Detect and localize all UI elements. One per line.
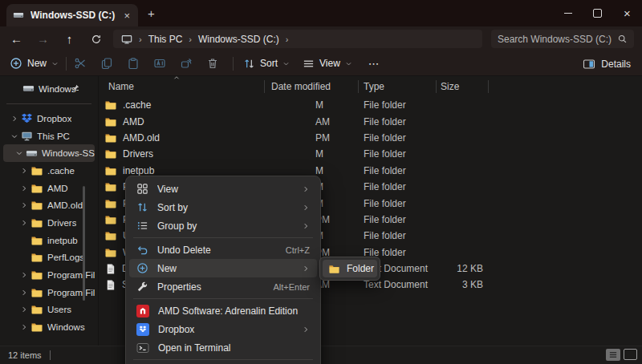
cut-button[interactable]	[67, 51, 93, 76]
file-size-cell: 12 KB	[437, 263, 489, 274]
file-row-amd[interactable]: AMDAMFile folder	[99, 113, 642, 129]
breadcrumb-windows-ssd[interactable]: Windows-SSD (C:)	[198, 34, 279, 45]
tab-windows-ssd[interactable]: Windows-SSD (C:) ×	[6, 4, 138, 26]
address-bar[interactable]: › This PC › Windows-SSD (C:) ›	[113, 30, 482, 48]
details-pane-button[interactable]: Details	[583, 51, 631, 76]
undo-icon	[136, 244, 148, 256]
chevron-down-icon[interactable]	[13, 149, 26, 157]
sidebar-item-program-files[interactable]: Program Files	[3, 266, 95, 284]
file-row-drivers[interactable]: DriversMFile folder	[99, 146, 642, 162]
file-row-cache[interactable]: .cacheMFile folder	[99, 97, 642, 113]
file-size-cell: 3 KB	[437, 279, 489, 290]
more-options-button[interactable]: ⋯	[368, 57, 380, 70]
breadcrumb-this-pc[interactable]: This PC	[148, 34, 183, 45]
chevron-right-icon[interactable]	[18, 305, 30, 313]
sidebar-pinned-windows-ssd[interactable]: Windows-SSD (C:)	[0, 80, 98, 97]
column-name-label: Name	[108, 81, 134, 92]
column-header-size[interactable]: Size	[437, 80, 489, 93]
minimize-button[interactable]	[553, 0, 583, 26]
sidebar-item-windows[interactable]: Windows	[3, 318, 95, 336]
menu-item-undo-delete[interactable]: Undo DeleteCtrl+Z	[129, 241, 317, 259]
menu-item-new[interactable]: New	[129, 259, 317, 277]
copy-button[interactable]	[93, 51, 120, 76]
search-input[interactable]: Search Windows-SSD (C:)	[491, 30, 634, 48]
share-button[interactable]	[173, 51, 199, 76]
tab-close-icon[interactable]: ×	[122, 10, 132, 22]
chevron-down-icon	[282, 60, 290, 67]
chevron-right-icon[interactable]	[18, 184, 30, 192]
icons-view-toggle[interactable]	[624, 349, 637, 360]
sidebar-item-amd-old[interactable]: AMD.old	[3, 196, 95, 214]
file-date-cell: M	[265, 148, 359, 160]
menu-item-properties[interactable]: PropertiesAlt+Enter	[129, 277, 317, 296]
sidebar-item-this-pc[interactable]: This PC	[3, 127, 95, 145]
sidebar-item-cache[interactable]: .cache	[3, 162, 95, 180]
menu-item-label: Open in Terminal	[158, 342, 310, 354]
close-button[interactable]: ×	[612, 0, 642, 26]
drive-icon	[22, 83, 35, 95]
delete-button[interactable]	[199, 51, 226, 76]
paste-button[interactable]	[120, 51, 146, 76]
file-date-cell: M	[265, 99, 359, 111]
chevron-right-icon[interactable]	[18, 219, 30, 227]
maximize-button[interactable]	[583, 0, 612, 26]
paste-icon	[127, 57, 140, 70]
refresh-button[interactable]	[83, 26, 109, 51]
new-button[interactable]: New	[10, 57, 59, 70]
file-type-cell: File folder	[359, 148, 437, 160]
submenu-folder-label: Folder	[347, 263, 374, 274]
sidebar-item-program-files-x86[interactable]: Program Files (x86)	[3, 284, 95, 301]
folder-icon	[30, 286, 43, 299]
chevron-right-icon[interactable]	[18, 271, 30, 279]
wrench-icon	[136, 281, 148, 293]
details-view-toggle[interactable]	[606, 349, 620, 361]
menu-item-sort-by[interactable]: Sort by	[129, 198, 317, 216]
chevron-right-icon[interactable]	[18, 167, 30, 175]
sort-button[interactable]: Sort	[243, 58, 290, 70]
view-button[interactable]: View	[303, 58, 352, 70]
plus-circle-icon	[136, 262, 148, 274]
folder-icon	[104, 148, 117, 160]
column-date-label: Date modified	[271, 81, 331, 92]
sidebar-item-inetpub[interactable]: inetpub	[3, 232, 95, 249]
chevron-right-icon[interactable]	[18, 289, 30, 297]
file-type-cell: File folder	[359, 230, 437, 241]
sidebar-scrollbar[interactable]	[83, 186, 85, 301]
chevron-down-icon[interactable]	[8, 132, 21, 140]
file-name: AMD	[123, 116, 144, 127]
command-bar: New Sort View ⋯ Details	[0, 51, 642, 76]
chevron-right-icon	[302, 326, 310, 334]
file-type-cell: File folder	[359, 165, 437, 176]
menu-item-group-by[interactable]: Group by	[129, 216, 317, 235]
column-header-type[interactable]: Type	[359, 80, 437, 93]
sidebar-item-amd[interactable]: AMD	[3, 180, 95, 197]
sidebar-item-label: inetpub	[47, 236, 78, 245]
sidebar-item-perflogs[interactable]: PerfLogs	[3, 249, 95, 267]
rename-button[interactable]	[146, 51, 173, 76]
sidebar-item-users[interactable]: Users	[3, 301, 95, 319]
up-button[interactable]: ↑	[56, 26, 83, 51]
new-tab-button[interactable]: +	[148, 0, 155, 26]
file-row-amd-old[interactable]: AMD.oldPMFile folder	[99, 130, 642, 146]
chevron-right-icon[interactable]	[8, 115, 21, 123]
this-pc-icon	[121, 34, 132, 45]
submenu-item-folder[interactable]: Folder	[323, 260, 377, 277]
sidebar-item-drivers[interactable]: Drivers	[3, 214, 95, 232]
copy-icon	[100, 57, 113, 70]
sidebar-item-windows-ssd-c[interactable]: Windows-SSD (C:)	[3, 144, 95, 162]
menu-item-open-in-terminal[interactable]: Open in Terminal	[129, 338, 317, 357]
menu-item-label: Undo Delete	[157, 245, 277, 256]
menu-item-amd-software-adrenalin-edition[interactable]: AMD Software: Adrenalin Edition	[129, 301, 317, 320]
menu-item-view[interactable]: View	[129, 180, 317, 198]
column-header-date-modified[interactable]: Date modified	[265, 80, 359, 93]
forward-button[interactable]: →	[30, 26, 56, 51]
sort-icon	[136, 201, 148, 213]
sidebar-item-dropbox[interactable]: Dropbox	[3, 110, 95, 127]
chevron-right-icon[interactable]	[18, 201, 30, 209]
chevron-right-icon[interactable]	[18, 323, 30, 331]
column-header-name[interactable]: Name	[99, 80, 265, 93]
sort-ascending-icon	[173, 74, 181, 82]
content-area: Windows-SSD (C:) DropboxThis PCWindows-S…	[0, 76, 642, 346]
back-button[interactable]: ←	[3, 26, 30, 51]
menu-item-dropbox[interactable]: Dropbox	[129, 320, 317, 338]
